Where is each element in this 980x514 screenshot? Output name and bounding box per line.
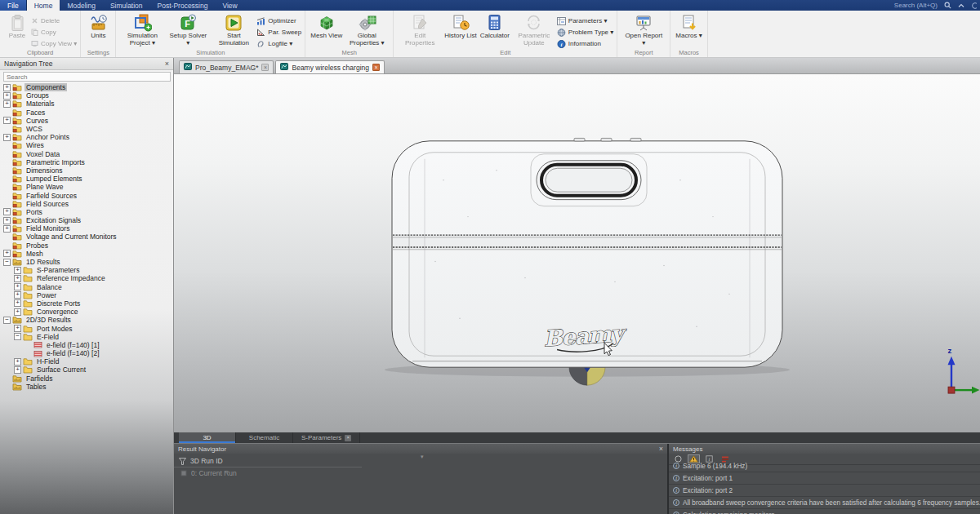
tree-item-probes[interactable]: Probes <box>0 241 173 250</box>
tree-item-dimensions[interactable]: Dimensions <box>0 166 173 175</box>
calculator-button[interactable]: Calculator <box>479 12 511 40</box>
copy-button[interactable]: Copy <box>31 27 77 38</box>
chevron-up-icon[interactable] <box>958 3 964 8</box>
mesh-view-button[interactable]: Mesh View <box>309 12 344 40</box>
tree-expander-icon[interactable]: + <box>14 358 21 366</box>
tree-item-balance[interactable]: +Balance <box>0 283 173 291</box>
tree-item-groups[interactable]: +Groups <box>0 91 173 100</box>
tree-item-convergence[interactable]: +Convergence <box>0 308 173 316</box>
tree-item-farfields[interactable]: Farfields <box>0 374 173 383</box>
global-properties-button[interactable]: Global Properties ▾ <box>344 12 390 48</box>
current-run-row[interactable]: 0: Current Run <box>174 467 667 477</box>
tree-item-lumped-elements[interactable]: Lumped Elements <box>0 175 173 183</box>
tree-expander-icon[interactable]: + <box>3 84 11 91</box>
close-icon[interactable]: × <box>165 60 169 68</box>
start-simulation-button[interactable]: Start Simulation <box>211 12 256 48</box>
tree-expander-icon[interactable]: − <box>3 317 11 324</box>
parameters-button[interactable]: Parameters ▾ <box>557 16 613 26</box>
open-report-button[interactable]: Open Report ▾ <box>621 12 666 48</box>
document-tab-beamy-wireless-charging[interactable]: Beamy wireless charging× <box>275 60 384 73</box>
tree-expander-icon[interactable]: + <box>14 366 21 374</box>
tree-expander-icon[interactable]: + <box>14 267 21 274</box>
help-icon[interactable] <box>971 2 977 9</box>
tree-item-e-field[interactable]: −E-Field <box>0 333 173 341</box>
tree-expander-icon[interactable]: + <box>3 250 11 257</box>
copy-view-button[interactable]: Copy View ▾ <box>31 38 77 49</box>
close-icon[interactable]: × <box>372 64 380 71</box>
setup-solver-button[interactable]: F Setup Solver ▾ <box>165 12 211 48</box>
tree-expander-icon[interactable]: + <box>3 217 11 224</box>
tree-item-plane-wave[interactable]: Plane Wave <box>0 183 173 191</box>
3d-viewport[interactable]: Beamy z <box>174 74 980 432</box>
tree-item-materials[interactable]: +Materials <box>0 100 173 108</box>
macros-button[interactable]: Macros ▾ <box>674 12 703 40</box>
tree-expander-icon[interactable]: − <box>3 259 11 266</box>
tree-item-tables[interactable]: Tables <box>0 383 173 391</box>
close-icon[interactable]: × <box>345 435 351 441</box>
tree-item-wires[interactable]: Wires <box>0 141 173 149</box>
tree-item-anchor-points[interactable]: +Anchor Points <box>0 133 173 141</box>
ribbon-tab-post-processing[interactable]: Post-Processing <box>150 0 216 11</box>
tree-item-ports[interactable]: +Ports <box>0 208 173 216</box>
optimizer-button[interactable]: Optimizer <box>256 16 301 26</box>
par-sweep-button[interactable]: Par. Sweep <box>256 27 301 38</box>
ribbon-tab-file[interactable]: File <box>0 0 27 11</box>
view-tab-3d[interactable]: 3D <box>179 432 236 443</box>
units-button[interactable]: Units <box>84 12 112 40</box>
paste-button[interactable]: Paste <box>3 12 31 40</box>
close-icon[interactable]: × <box>659 445 663 453</box>
tree-expander-icon[interactable]: + <box>3 134 11 141</box>
tree-item-field-monitors[interactable]: +Field Monitors <box>0 224 173 233</box>
tree-expander-icon[interactable]: + <box>14 308 21 316</box>
tree-expander-icon[interactable]: + <box>3 117 11 124</box>
tree-item-port-modes[interactable]: +Port Modes <box>0 324 173 332</box>
tree-expander-icon[interactable]: + <box>14 275 21 282</box>
tree-item-excitation-signals[interactable]: +Excitation Signals <box>0 216 173 224</box>
tree-expander-icon[interactable]: + <box>14 299 21 307</box>
tree-item-2d-3d-results[interactable]: −2D/3D Results <box>0 316 173 324</box>
edit-properties-button[interactable]: Edit Properties <box>397 12 443 48</box>
tree-item-components[interactable]: +Components <box>0 83 173 91</box>
tree-item-farfield-sources[interactable]: Farfield Sources <box>0 191 173 199</box>
information-button[interactable]: i Information <box>557 38 613 49</box>
tree-item-wcs[interactable]: WCS <box>0 125 173 133</box>
tree-item-s-parameters[interactable]: +S-Parameters <box>0 266 173 274</box>
tree-item-curves[interactable]: +Curves <box>0 117 173 125</box>
ribbon-tab-view[interactable]: View <box>215 0 244 11</box>
tree-item-field-sources[interactable]: Field Sources <box>0 200 173 208</box>
tree-expander-icon[interactable]: + <box>14 325 21 332</box>
tree-item-mesh[interactable]: +Mesh <box>0 250 173 258</box>
close-icon[interactable]: × <box>261 64 269 71</box>
tree-search-input[interactable] <box>3 72 171 82</box>
tree-item-power[interactable]: +Power <box>0 291 173 299</box>
tree-item-h-field[interactable]: +H-Field <box>0 357 173 366</box>
tree-expander-icon[interactable]: + <box>3 225 11 233</box>
collapse-chevron-icon[interactable]: ▾ <box>421 454 424 460</box>
tree-item-reference-impedance[interactable]: +Reference Impedance <box>0 274 173 282</box>
logfile-button[interactable]: Logfile ▾ <box>256 38 301 49</box>
view-tab-s-parameters[interactable]: S-Parameters× <box>293 432 360 443</box>
tree-expander-icon[interactable]: + <box>3 208 11 215</box>
tree-item-voltage-and-current-monitors[interactable]: Voltage and Current Monitors <box>0 233 173 241</box>
ribbon-tab-simulation[interactable]: Simulation <box>103 0 150 11</box>
tree-expander-icon[interactable]: − <box>14 333 21 340</box>
tree-item-1d-results[interactable]: −1D Results <box>0 258 173 266</box>
run-id-filter-row[interactable]: 3D Run ID <box>174 454 362 467</box>
simulation-project-button[interactable]: Simulation Project ▾ <box>119 12 165 48</box>
parametric-update-button[interactable]: Parametric Update <box>511 12 557 48</box>
tree-item-faces[interactable]: Faces <box>0 109 173 117</box>
tree-item-e-field-f-140-2[interactable]: e-field (f=140) [2] <box>0 349 173 357</box>
search-icon[interactable] <box>944 2 951 9</box>
ribbon-tab-modeling[interactable]: Modeling <box>60 0 103 11</box>
ribbon-tab-home[interactable]: Home <box>27 0 60 11</box>
tree-item-voxel-data[interactable]: Voxel Data <box>0 150 173 158</box>
problem-type-button[interactable]: Problem Type ▾ <box>557 27 613 38</box>
tree-item-discrete-ports[interactable]: +Discrete Ports <box>0 299 173 308</box>
history-list-button[interactable]: History List <box>443 12 479 40</box>
tree-expander-icon[interactable]: + <box>14 283 21 290</box>
view-tab-schematic[interactable]: Schematic <box>236 432 293 443</box>
tree-item-e-field-f-140-1[interactable]: e-field (f=140) [1] <box>0 341 173 349</box>
tree-item-parametric-imports[interactable]: Parametric Imports <box>0 158 173 166</box>
tree-expander-icon[interactable]: + <box>3 100 11 108</box>
tree-expander-icon[interactable]: + <box>3 92 11 100</box>
